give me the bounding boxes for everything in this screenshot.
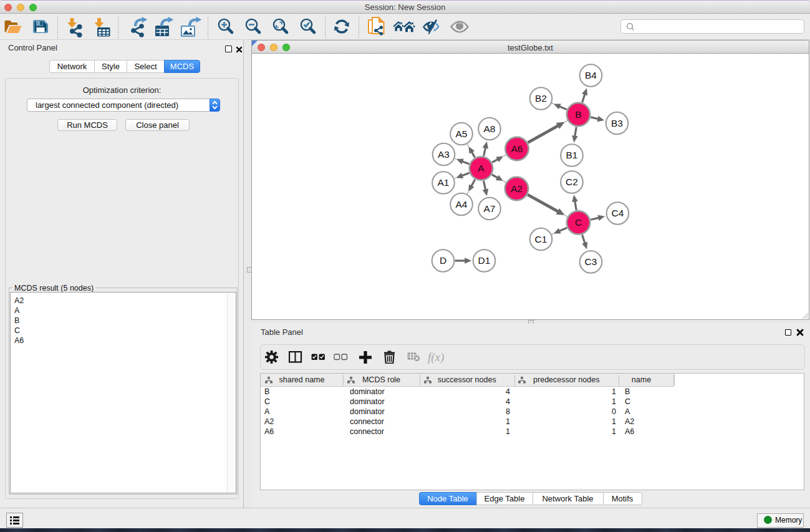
svg-text:B1: B1 <box>566 150 578 160</box>
svg-text:A8: A8 <box>484 123 496 134</box>
svg-text:B: B <box>575 109 581 120</box>
svg-text:B3: B3 <box>611 118 623 128</box>
svg-text:A2: A2 <box>511 183 523 194</box>
svg-text:A7: A7 <box>484 203 496 214</box>
svg-text:A: A <box>478 163 485 173</box>
svg-text:D: D <box>440 255 446 266</box>
svg-text:C1: C1 <box>535 234 547 244</box>
svg-text:A3: A3 <box>438 149 450 160</box>
svg-text:B4: B4 <box>585 70 597 80</box>
svg-text:B2: B2 <box>535 93 547 104</box>
svg-text:C2: C2 <box>566 177 578 187</box>
svg-text:D1: D1 <box>478 255 491 266</box>
svg-text:A6: A6 <box>511 143 523 154</box>
svg-text:C: C <box>575 217 582 228</box>
svg-text:A5: A5 <box>456 128 468 139</box>
svg-text:A4: A4 <box>456 199 468 210</box>
svg-text:C4: C4 <box>612 208 624 218</box>
svg-text:C3: C3 <box>585 256 597 267</box>
svg-text:A1: A1 <box>438 177 450 188</box>
